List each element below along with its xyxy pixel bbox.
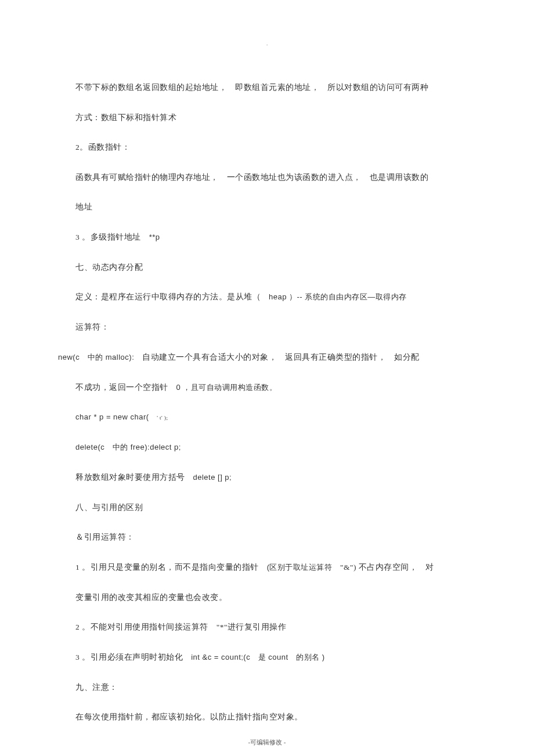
paragraph: 定义：是程序在运行中取得内存的方法。是从堆（ heap ）-- 系统的自由内存区…: [75, 291, 459, 303]
paragraph: 七、动态内存分配: [75, 261, 459, 274]
paragraph: 运算符：: [75, 321, 459, 334]
paragraph: 3 。引用必须在声明时初始化 int &c = count;(c 是 count…: [75, 651, 459, 664]
paragraph: 释放数组对象时要使用方括号 delete [] p;: [75, 471, 459, 484]
paragraph: 不带下标的数组名返回数组的起始地址， 即数组首元素的地址， 所以对数组的访问可有…: [75, 81, 459, 94]
code-segment: int &c = count;(c 是 count 的别名 ): [191, 653, 324, 661]
paragraph: 变量引用的改变其相应的变量也会改变。: [75, 591, 459, 604]
top-marker: .: [75, 41, 459, 46]
paragraph: new(c 中的 malloc): 自动建立一个具有合适大小的对象， 返回具有正…: [58, 351, 459, 364]
code-segment: new(c 中的 malloc):: [58, 353, 134, 361]
document-page: . 不带下标的数组名返回数组的起始地址， 即数组首元素的地址， 所以对数组的访问…: [0, 0, 534, 756]
code-segment: **p: [149, 233, 160, 241]
text-segment: 释放数组对象时要使用方括号: [75, 473, 193, 482]
text-segment: 2 。不能对引用使用指针间接运算符: [75, 623, 217, 631]
text-segment: 自动建立一个具有合适大小的对象， 返回具有正确类型的指针， 如分配: [134, 353, 420, 361]
code-segment: char * p = new char(: [75, 413, 157, 421]
paragraph: 不成功，返回一个空指针 0 ，且可自动调用构造函数。: [75, 381, 459, 394]
code-segment-small: ' t' );: [157, 415, 168, 421]
paragraph: delete(c 中的 free):delect p;: [75, 441, 459, 454]
paragraph: 2。函数指针：: [75, 141, 459, 154]
text-segment: 1 。引用只是变量的别名，而不是指向变量的指针: [75, 563, 267, 571]
text-segment: "*"进行复引用操作: [217, 623, 287, 631]
text-segment: "&") 不占内存空间， 对: [340, 563, 434, 571]
paragraph: 在每次使用指针前，都应该初始化。以防止指针指向空对象。: [75, 711, 459, 724]
paragraph: 函数具有可赋给指针的物理内存地址， 一个函数地址也为该函数的进入点， 也是调用该…: [75, 171, 459, 184]
code-segment: 0 ，且可自动调用构造函数。: [176, 383, 277, 392]
text-segment: 3 。多级指针地址: [75, 233, 149, 241]
text-segment: 3 。引用必须在声明时初始化: [75, 653, 191, 661]
text-segment: 不成功，返回一个空指针: [75, 383, 176, 392]
paragraph: 3 。多级指针地址 **p: [75, 231, 459, 244]
paragraph: 2 。不能对引用使用指针间接运算符 "*"进行复引用操作: [75, 621, 459, 634]
text-segment: 定义：是程序在运行中取得内存的方法。是从堆（: [75, 292, 269, 301]
code-segment: delete(c 中的 free):delect p;: [75, 443, 181, 451]
paragraph: 八、与引用的区别: [75, 501, 459, 514]
code-segment: (区别于取址运算符: [267, 563, 340, 571]
paragraph: 九、注意：: [75, 681, 459, 694]
code-segment: heap ）-- 系统的自由内存区—取得内存: [269, 292, 407, 301]
paragraph: 1 。引用只是变量的别名，而不是指向变量的指针 (区别于取址运算符 "&") 不…: [75, 561, 459, 574]
paragraph: char * p = new char( ' t' );: [75, 411, 459, 424]
paragraph: 地址: [75, 201, 459, 214]
code-segment: delete [] p;: [193, 473, 232, 482]
paragraph: ＆引用运算符：: [75, 531, 459, 544]
paragraph: 方式：数组下标和指针算术: [75, 111, 459, 124]
page-footer: -可编辑修改 -: [0, 738, 534, 747]
